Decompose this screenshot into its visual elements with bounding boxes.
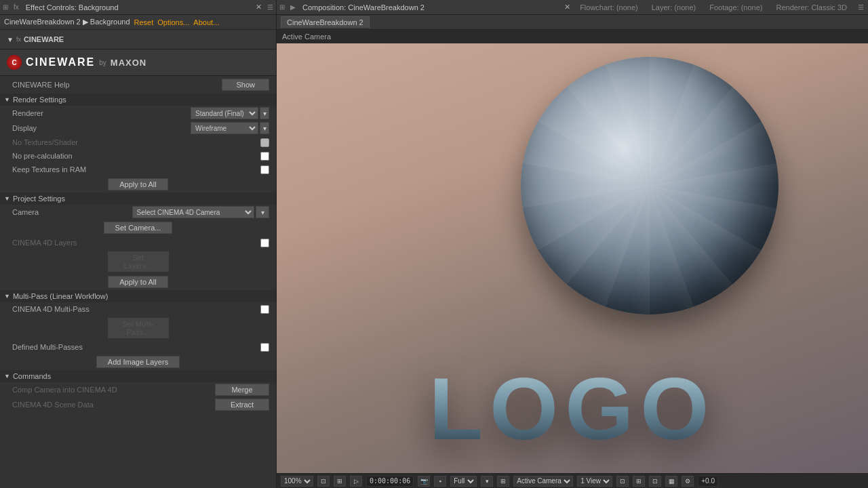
cineware-section-header[interactable]: ▼ fx CINEWARE xyxy=(0,30,276,49)
camera-icon[interactable]: 📷 xyxy=(418,476,430,487)
renderer-row: Renderer Standard (Final) ▾ xyxy=(0,106,276,121)
display-select[interactable]: Wireframe xyxy=(191,122,258,134)
by-text: by xyxy=(99,59,106,66)
renderer-dropdown-arrow[interactable]: ▾ xyxy=(260,107,269,119)
fx-icon: fx xyxy=(11,3,22,11)
set-camera-btn[interactable]: Set Camera... xyxy=(104,222,173,234)
time-display: 0:00:00:06 xyxy=(366,476,414,487)
comp-panel-menu[interactable]: ☰ xyxy=(854,3,868,11)
commands-header[interactable]: ▼ Commands xyxy=(0,370,276,382)
panel-menu-icon[interactable]: ☰ xyxy=(264,3,276,11)
fx-badge: fx xyxy=(16,36,21,43)
no-textures-checkbox[interactable] xyxy=(260,138,269,147)
viewport-canvas[interactable]: LOGO xyxy=(277,43,868,473)
quality-toggle[interactable]: ▾ xyxy=(481,476,493,487)
camera-row: Camera Select CINEMA 4D Camera ▾ xyxy=(0,205,276,220)
add-image-layers-btn[interactable]: Add Image Layers xyxy=(96,356,180,368)
keep-textures-checkbox[interactable] xyxy=(260,165,269,174)
about-btn[interactable]: About... xyxy=(193,18,219,26)
fit-icon[interactable]: ⊡ xyxy=(317,476,330,487)
viewport-bottom-bar: 100% ⊡ ⊞ ▷ 0:00:00:06 📷 ▪ Full ▾ ⊞ Activ… xyxy=(277,473,868,488)
project-settings-header[interactable]: ▼ Project Settings xyxy=(0,192,276,205)
viewport-header: Active Camera xyxy=(277,30,868,43)
panel-close-btn[interactable]: ✕ xyxy=(253,3,264,12)
commands-label: Commands xyxy=(13,372,51,380)
help-row: CINEWARE Help Show xyxy=(0,76,276,94)
no-precalc-row: No pre-calculation xyxy=(0,149,276,163)
layout-icon3[interactable]: ⊡ xyxy=(649,476,661,487)
project-apply-all-btn[interactable]: Apply to All xyxy=(108,276,167,288)
render-settings-header[interactable]: ▼ Render Settings xyxy=(0,94,276,106)
no-textures-row: No Textures/Shader xyxy=(0,136,276,149)
play-icon[interactable]: ▷ xyxy=(350,476,362,487)
layout-icon4[interactable]: ▦ xyxy=(665,476,677,487)
render-settings-label: Render Settings xyxy=(13,96,66,104)
section-collapse-icon: ▼ xyxy=(7,36,14,43)
quality-select[interactable]: Full xyxy=(450,476,477,487)
renderer-label: Renderer: Classic 3D xyxy=(769,3,854,12)
comp-panel-close[interactable]: ✕ xyxy=(561,3,573,12)
add-image-layers-row: Add Image Layers xyxy=(0,354,276,370)
display-label: Display xyxy=(12,124,191,132)
cinema4d-multi-pass-label: CINEMA 4D Multi-Pass xyxy=(12,305,260,313)
set-multi-pass-row: Set Multi-Pass... xyxy=(0,316,276,340)
cinema4d-multi-pass-row: CINEMA 4D Multi-Pass xyxy=(0,302,276,316)
checkerboard-icon[interactable]: ▪ xyxy=(434,476,446,487)
comp-panel-icon: ⊞ xyxy=(277,3,288,11)
logo-3d-text: LOGO xyxy=(429,358,716,460)
set-layers-btn[interactable]: Set Layers... xyxy=(108,251,169,272)
display-dropdown-arrow[interactable]: ▾ xyxy=(260,122,269,134)
comp-tab-bar: CineWareBreakdown 2 xyxy=(277,15,868,29)
sphere-texture xyxy=(521,57,778,314)
cineware-title: CINEWARE xyxy=(24,35,64,43)
options-btn[interactable]: Options... xyxy=(157,18,189,26)
defined-multi-passes-label: Defined Multi-Passes xyxy=(12,343,260,351)
project-settings-arrow: ▼ xyxy=(4,195,10,202)
cinema4d-layers-checkbox[interactable] xyxy=(260,239,269,247)
panel-icon: ⊞ xyxy=(0,3,11,11)
multi-pass-label: Multi-Pass (Linear Workflow) xyxy=(13,292,108,300)
camera-label: Camera xyxy=(12,208,131,216)
display-row: Display Wireframe ▾ xyxy=(0,121,276,136)
3d-sphere xyxy=(521,57,778,314)
defined-multi-passes-row: Defined Multi-Passes xyxy=(0,340,276,354)
cinema4d-multi-pass-checkbox[interactable] xyxy=(260,305,269,314)
breadcrumb: CineWareBreakdown 2 ▶ Background xyxy=(4,18,130,26)
layout-icon1[interactable]: ⊡ xyxy=(616,476,629,487)
3d-scene: LOGO xyxy=(277,43,868,473)
set-multi-pass-btn[interactable]: Set Multi-Pass... xyxy=(108,318,169,338)
layout-icon2[interactable]: ⊞ xyxy=(633,476,645,487)
zoom-select[interactable]: 100% xyxy=(281,476,313,487)
defined-multi-passes-checkbox[interactable] xyxy=(260,343,269,352)
scene-data-label: CINEMA 4D Scene Data xyxy=(12,401,211,409)
project-settings-label: Project Settings xyxy=(13,195,65,203)
view-count-select[interactable]: 1 View xyxy=(577,476,612,487)
comp-icon: ▶ xyxy=(288,3,298,11)
comp-active-tab[interactable]: CineWareBreakdown 2 xyxy=(281,16,370,28)
camera-dropdown-arrow[interactable]: ▾ xyxy=(256,206,269,218)
renderer-label: Renderer xyxy=(12,109,191,117)
renderer-select-group: Standard (Final) ▾ xyxy=(191,107,269,119)
show-btn[interactable]: Show xyxy=(222,79,269,91)
comp-camera-row: Comp Camera into CINEMA 4D Merge xyxy=(0,382,276,397)
active-camera-label: Active Camera xyxy=(282,33,331,41)
multi-pass-header[interactable]: ▼ Multi-Pass (Linear Workflow) xyxy=(0,290,276,302)
extract-btn[interactable]: Extract xyxy=(215,399,269,411)
effect-controls-panel: ▼ fx CINEWARE C CINEWARE by MAXON CINEWA… xyxy=(0,30,277,488)
merge-btn[interactable]: Merge xyxy=(215,384,269,396)
cinema4d-layers-row: CINEMA 4D Layers xyxy=(0,236,276,249)
view-select[interactable]: Active Camera xyxy=(513,476,573,487)
render-apply-all-btn[interactable]: Apply to All xyxy=(108,178,167,190)
effect-controls-panel-header: ⊞ fx Effect Controls: Background ✕ ☰ xyxy=(0,0,277,14)
grid-icon[interactable]: ⊞ xyxy=(497,476,509,487)
toggle-icon[interactable]: ⊞ xyxy=(334,476,346,487)
no-precalc-checkbox[interactable] xyxy=(260,152,269,161)
camera-select[interactable]: Select CINEMA 4D Camera xyxy=(132,206,255,218)
footage-label: Footage: (none) xyxy=(703,3,769,12)
reset-btn[interactable]: Reset xyxy=(134,18,154,26)
cineware-logo-text: CINEWARE xyxy=(26,56,95,68)
settings-icon[interactable]: ⚙ xyxy=(682,476,694,487)
maxon-text: MAXON xyxy=(111,58,146,68)
set-layers-row: Set Layers... xyxy=(0,249,276,274)
renderer-select[interactable]: Standard (Final) xyxy=(191,107,258,119)
